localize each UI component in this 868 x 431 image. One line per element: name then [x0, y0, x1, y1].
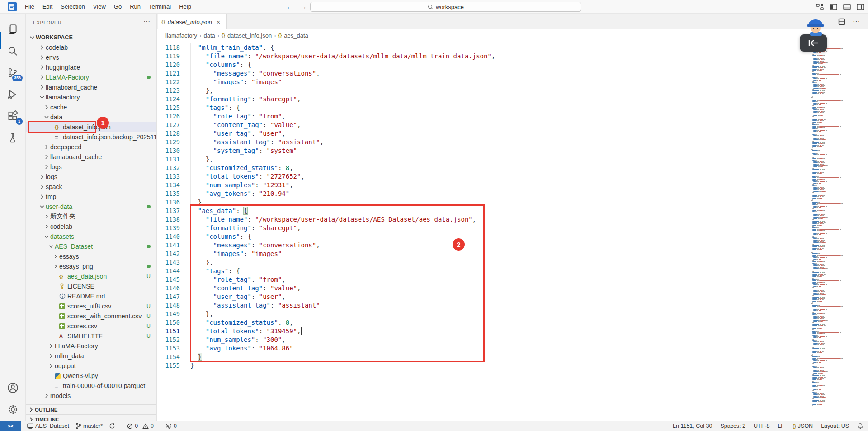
tree-item-spack[interactable]: spack [26, 182, 156, 192]
explorer-more-actions-icon[interactable]: ⋯ [143, 17, 150, 25]
code-line-1127[interactable]: 1127 "content_tag": "value", [157, 120, 809, 129]
tree-item-aes-data-json[interactable]: {}aes_data.jsonU [26, 271, 156, 281]
workspace-status[interactable]: AES_Dataset [27, 423, 69, 429]
code-line-1120[interactable]: 1120 "columns": { [157, 60, 809, 69]
tree-item-codelab[interactable]: codelab [26, 222, 156, 232]
code-line-1135[interactable]: 1135 "avg_tokens": "210.94" [157, 189, 809, 198]
toggle-panel-icon[interactable] [843, 3, 851, 11]
run-debug-icon[interactable] [0, 85, 25, 104]
toggle-secondary-sidebar-icon[interactable] [857, 3, 864, 11]
tree-item-ouptput[interactable]: ouptput [26, 361, 156, 371]
code-line-1132[interactable]: 1132 "customized_status": 8, [157, 163, 809, 172]
tree-item-envs[interactable]: envs [26, 52, 156, 62]
code-line-1119[interactable]: 1119 "file_name": "/workspace/user-data/… [157, 52, 809, 60]
tree-item-license[interactable]: LICENSE [26, 281, 156, 291]
menu-item-help[interactable]: Help [175, 0, 195, 14]
code-line-1121[interactable]: 1121 "messages": "conversations", [157, 69, 809, 77]
menu-item-run[interactable]: Run [126, 0, 145, 14]
tree-item--[interactable]: 新文件夹 [26, 212, 156, 222]
toggle-primary-sidebar-icon[interactable] [830, 3, 837, 11]
settings-gear-icon[interactable] [0, 399, 25, 419]
keyboard-layout-status[interactable]: Layout: US [821, 423, 849, 429]
split-editor-icon[interactable] [838, 18, 845, 25]
tree-item-llamafactory[interactable]: llamafactory [26, 92, 156, 102]
source-control-icon[interactable]: 356 [0, 63, 25, 83]
code-line-1123[interactable]: 1123 }, [157, 86, 809, 95]
explorer-icon[interactable] [0, 19, 25, 39]
outline-section[interactable]: OUTLINE [26, 404, 156, 414]
language-status[interactable]: {}JSON [793, 423, 813, 429]
tree-item-llamaboard-cache[interactable]: llamaboard_cache [26, 152, 156, 162]
cursor-position-status[interactable]: Ln 1151, Col 30 [673, 423, 712, 429]
tree-item-logs[interactable]: logs [26, 172, 156, 182]
problems-status[interactable]: 0 0 [127, 423, 154, 429]
code-line-1129[interactable]: 1129 "assistant_tag": "assistant", [157, 137, 809, 146]
tree-item-dataset-info-json[interactable]: {}dataset_info.json [26, 122, 156, 132]
tree-item-deepspeed[interactable]: deepspeed [26, 142, 156, 152]
tree-item-cache[interactable]: cache [26, 102, 156, 112]
tree-item-llamaboard-cache[interactable]: llamaboard_cache [26, 82, 156, 92]
menu-item-terminal[interactable]: Terminal [145, 0, 175, 14]
breadcrumb-symbol[interactable]: aes_data [284, 32, 308, 39]
breadcrumb-folder[interactable]: llamafactory [165, 32, 197, 39]
command-center-search[interactable]: workspace [310, 2, 581, 12]
accounts-icon[interactable] [0, 378, 25, 398]
collapse-tooltip[interactable] [800, 34, 827, 52]
code-line-1122[interactable]: 1122 "images": "images" [157, 77, 809, 86]
close-icon[interactable]: × [217, 19, 220, 26]
code-line-1124[interactable]: 1124 "formatting": "sharegpt", [157, 95, 809, 103]
extensions-icon[interactable]: 1 [0, 106, 25, 126]
tree-item-huggingface[interactable]: huggingface [26, 62, 156, 72]
code-line-1134[interactable]: 1134 "num_samples": "12931", [157, 180, 809, 189]
testing-icon[interactable] [0, 128, 25, 148]
more-actions-icon[interactable]: ⋯ [853, 17, 860, 26]
code-line-1128[interactable]: 1128 "user_tag": "user", [157, 129, 809, 137]
menu-item-view[interactable]: View [89, 0, 110, 14]
git-branch-status[interactable]: master* [75, 423, 103, 429]
tree-item-qwen3-vl-py[interactable]: Qwen3-vl.py [26, 371, 156, 381]
tree-item-logs[interactable]: logs [26, 162, 156, 172]
code-line-1126[interactable]: 1126 "role_tag": "from", [157, 112, 809, 120]
tree-item-llama-factory[interactable]: LLaMA-Factory [26, 72, 156, 82]
forward-icon[interactable]: → [297, 1, 309, 13]
minimap[interactable] [810, 47, 861, 409]
tree-item-llama-factory[interactable]: LLaMA-Factory [26, 341, 156, 351]
tree-item-scores-utf8-csv[interactable]: scores_utf8.csvU [26, 301, 156, 311]
tree-item-dataset-info-json-backup-20251113-1652-[interactable]: ≡dataset_info.json.backup_20251113_1652.… [26, 132, 156, 142]
tree-item-essays[interactable]: essays [26, 251, 156, 261]
menu-item-go[interactable]: Go [110, 0, 126, 14]
encoding-status[interactable]: UTF-8 [754, 423, 769, 429]
ports-status[interactable]: 0 [165, 423, 177, 429]
menu-item-file[interactable]: File [21, 0, 38, 14]
tree-item-datasets[interactable]: datasets [26, 232, 156, 242]
tree-item-aes-dataset[interactable]: AES_Dataset [26, 242, 156, 251]
menu-item-edit[interactable]: Edit [38, 0, 57, 14]
sync-status[interactable] [109, 423, 115, 429]
breadcrumb-file[interactable]: dataset_info.json [227, 32, 272, 39]
code-line-1133[interactable]: 1133 "total_tokens": "2727652", [157, 172, 809, 180]
tab-dataset-info-json[interactable]: {} dataset_info.json × [158, 14, 227, 29]
tree-item-user-data[interactable]: user-data [26, 202, 156, 212]
timeline-section[interactable]: TIMELINE [26, 414, 156, 421]
back-icon[interactable]: ← [284, 1, 296, 13]
tree-item-scores-csv[interactable]: scores.csvU [26, 321, 156, 331]
tree-item-mllm-data[interactable]: mllm_data [26, 351, 156, 361]
eol-status[interactable]: LF [778, 423, 784, 429]
tree-item-readme-md[interactable]: README.md [26, 291, 156, 301]
menu-item-selection[interactable]: Selection [57, 0, 89, 14]
tree-item-tmp[interactable]: tmp [26, 192, 156, 202]
tree-item-codelab[interactable]: codelab [26, 43, 156, 52]
tree-root-workspace[interactable]: WORKSPACE [26, 33, 156, 43]
code-line-1125[interactable]: 1125 "tags": { [157, 103, 809, 112]
tree-item-models[interactable]: models [26, 391, 156, 401]
remote-indicator[interactable]: >< [0, 421, 21, 431]
search-view-icon[interactable] [0, 41, 25, 61]
code-line-1131[interactable]: 1131 }, [157, 155, 809, 163]
indentation-status[interactable]: Spaces: 2 [720, 423, 745, 429]
tree-item-simhei-ttf[interactable]: ASIMHEI.TTFU [26, 331, 156, 341]
breadcrumb-folder[interactable]: data [203, 32, 215, 39]
tree-item-scores-with-comment-csv[interactable]: scores_with_comment.csvU [26, 311, 156, 321]
tree-item-train-00000-of-00010-parquet[interactable]: ≡train-00000-of-00010.parquet [26, 381, 156, 391]
tree-item-essays-png[interactable]: essays_png [26, 261, 156, 271]
code-line-1130[interactable]: 1130 "system_tag": "system" [157, 146, 809, 155]
